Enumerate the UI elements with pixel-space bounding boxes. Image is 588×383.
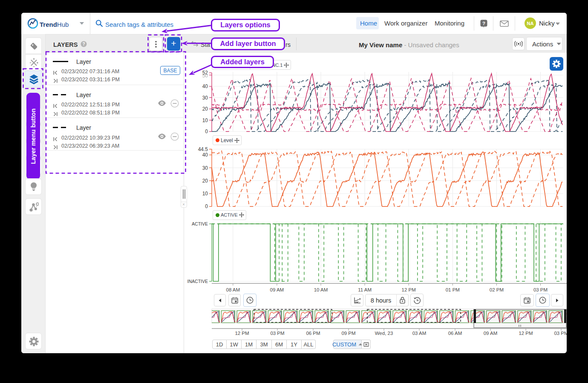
- svg-text:08 AM: 08 AM: [226, 287, 240, 292]
- svg-text:10: 10: [202, 191, 208, 197]
- svg-text:02 PM: 02 PM: [490, 287, 504, 292]
- svg-text:40: 40: [202, 83, 208, 89]
- svg-text:11 AM: 11 AM: [358, 287, 372, 292]
- svg-text:03 PM: 03 PM: [554, 331, 567, 336]
- svg-text:06 AM: 06 AM: [448, 331, 462, 336]
- svg-text:40: 40: [202, 152, 208, 158]
- svg-text:12 PM: 12 PM: [519, 331, 533, 336]
- svg-text:Wed, 23: Wed, 23: [375, 331, 393, 336]
- svg-text:INACTIVE: INACTIVE: [187, 279, 208, 284]
- svg-text:06 PM: 06 PM: [306, 331, 320, 336]
- svg-text:03 AM: 03 AM: [412, 331, 427, 336]
- svg-text:0: 0: [205, 129, 208, 134]
- svg-text:12 PM: 12 PM: [235, 331, 249, 336]
- svg-text:44.5: 44.5: [198, 146, 208, 152]
- svg-text:30: 30: [202, 165, 208, 171]
- svg-text:01 PM: 01 PM: [446, 287, 460, 292]
- svg-text:0: 0: [205, 203, 208, 209]
- svg-text:03 PM: 03 PM: [533, 287, 548, 292]
- svg-text:10 AM: 10 AM: [314, 287, 328, 292]
- svg-text:03 PM: 03 PM: [270, 331, 284, 336]
- svg-text:09 AM: 09 AM: [484, 331, 498, 336]
- svg-text:50: 50: [202, 73, 208, 79]
- svg-text:09 PM: 09 PM: [341, 331, 355, 336]
- svg-text:?: ?: [482, 21, 485, 26]
- svg-text:09 AM: 09 AM: [270, 287, 284, 292]
- svg-text:20: 20: [202, 178, 208, 184]
- svg-text:ACTIVE: ACTIVE: [192, 221, 208, 226]
- svg-text:12 PM: 12 PM: [402, 287, 416, 292]
- svg-text:30: 30: [202, 95, 208, 101]
- svg-text:?: ?: [82, 42, 85, 46]
- svg-text:10: 10: [202, 117, 208, 123]
- svg-text:20: 20: [202, 106, 208, 112]
